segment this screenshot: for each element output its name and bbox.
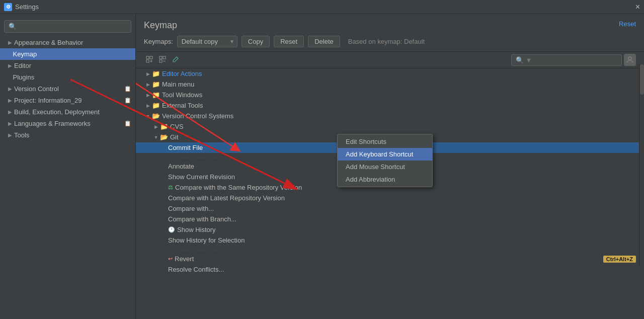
shortcut-badge: Ctrl+Alt+Z	[603, 256, 636, 263]
scrollbar-thumb[interactable]	[640, 64, 644, 95]
sidebar-item-editor[interactable]: ▶ Editor	[0, 60, 135, 71]
sidebar-item-label: Tools	[14, 131, 29, 139]
expand-arrow-languages: ▶	[8, 121, 12, 126]
tree-item-compare-with[interactable]: Compare with...	[136, 203, 644, 214]
search-wrapper	[511, 54, 622, 66]
context-menu-item-add-keyboard[interactable]: Add Keyboard Shortcut	[338, 148, 432, 161]
delete-button[interactable]: Delete	[308, 36, 340, 47]
sidebar-item-label: Languages & Frameworks	[14, 120, 91, 127]
expand-arrow	[160, 145, 168, 150]
expand-arrow	[160, 206, 168, 211]
sidebar-search-input[interactable]	[4, 20, 131, 33]
expand-arrow-project: ▶	[8, 98, 12, 103]
tree-item-main-menu[interactable]: ▶ 📁 Main menu	[136, 79, 644, 90]
tree-item-label: Compare with Branch...	[168, 215, 236, 223]
tree-item-label: Main menu	[162, 81, 194, 88]
tree-item-compare-branch[interactable]: Compare with Branch...	[136, 214, 644, 224]
folder-icon: 📂	[160, 133, 168, 141]
scrollbar-track	[639, 64, 644, 266]
keymap-select-wrapper: Default copy ▼	[177, 36, 237, 47]
content-header: Keymap Reset Keymaps: Default copy ▼ Cop…	[136, 14, 644, 52]
expand-arrow: ▶	[144, 71, 152, 76]
tree-item-show-history[interactable]: 🕐 Show History	[136, 224, 644, 235]
tree-item-label: External Tools	[162, 102, 203, 109]
tree-item-label: Compare with the Same Repository Version	[175, 184, 302, 191]
expand-arrow	[160, 175, 168, 180]
expand-arrow: ▶	[152, 124, 160, 129]
sidebar-item-keymap[interactable]: Keymap	[0, 48, 135, 60]
sidebar-item-appearance[interactable]: ▶ Appearance & Behavior	[0, 37, 135, 48]
expand-arrow	[160, 267, 168, 272]
tree-item-label: Annotate	[168, 163, 194, 170]
sidebar-item-label: Project: Information_29	[14, 97, 82, 104]
collapse-all-button[interactable]	[157, 55, 168, 65]
tree-item-show-history-selection[interactable]: Show History for Selection	[136, 235, 644, 246]
keymap-select[interactable]: Default copy	[177, 36, 237, 47]
tree-item-revert[interactable]: ↩ Revert Ctrl+Alt+Z	[136, 254, 644, 264]
expand-arrow-appearance: ▶	[8, 40, 12, 45]
sidebar-item-build[interactable]: ▶ Build, Execution, Deployment	[0, 106, 135, 118]
sidebar-item-tools[interactable]: ▶ Tools	[0, 129, 135, 141]
sidebar-item-label: Version Control	[14, 85, 59, 93]
copy-button[interactable]: Copy	[242, 36, 270, 47]
keymaps-label: Keymaps:	[144, 38, 173, 45]
expand-arrow	[160, 217, 168, 222]
reset-link[interactable]: Reset	[619, 20, 636, 28]
folder-icon: 📁	[160, 123, 168, 130]
tree-item-external-tools[interactable]: ▶ 📁 External Tools	[136, 100, 644, 111]
tree-item-vcs[interactable]: ▼ 📂 Version Control Systems	[136, 111, 644, 121]
tree-item-editor-actions[interactable]: ▶ 📁 Editor Actions	[136, 68, 644, 79]
sidebar-item-label: Plugins	[13, 73, 35, 81]
user-settings-icon[interactable]	[624, 54, 636, 66]
tree-item-tool-windows[interactable]: ▶ 📁 Tool Windows	[136, 90, 644, 100]
expand-arrow: ▶	[144, 103, 152, 108]
languages-badge: 📋	[124, 120, 131, 127]
tree-item-resolve-conflicts[interactable]: Resolve Conflicts...	[136, 264, 644, 275]
tree-item-label: Tool Windows	[162, 91, 202, 99]
sidebar-item-project[interactable]: ▶ Project: Information_29 📋	[0, 95, 135, 106]
context-menu: Edit Shortcuts Add Keyboard Shortcut Add…	[337, 134, 433, 187]
expand-arrow	[160, 227, 168, 232]
expand-arrow-vc: ▶	[8, 86, 12, 92]
context-menu-item-add-mouse[interactable]: Add Mouse Shortcut	[338, 161, 432, 173]
expand-all-button[interactable]	[144, 55, 155, 65]
expand-arrow: ▼	[144, 114, 152, 119]
vc-badge: 📋	[124, 86, 131, 92]
svg-rect-6	[163, 56, 166, 59]
edit-button[interactable]	[170, 55, 181, 65]
tree-area: ▶ 📁 Editor Actions ▶ 📁 Main menu ▶ 📁 Too…	[136, 68, 644, 319]
app-icon: ⚙	[4, 3, 12, 11]
folder-icon: 📁	[152, 81, 160, 88]
sidebar-item-languages[interactable]: ▶ Languages & Frameworks 📋	[0, 118, 135, 129]
expand-arrow-build: ▶	[8, 109, 12, 115]
reset-button[interactable]: Reset	[274, 36, 304, 47]
tree-item-label: Git	[170, 133, 179, 141]
sidebar-item-label: Appearance & Behavior	[14, 39, 83, 46]
folder-icon: 📁	[152, 102, 160, 109]
expand-arrow-plugins	[8, 74, 11, 80]
expand-arrow	[160, 257, 168, 262]
context-menu-item-edit-shortcuts[interactable]: Edit Shortcuts	[338, 135, 432, 148]
tree-item-compare-latest[interactable]: Compare with Latest Repository Version	[136, 193, 644, 203]
content-area: Keymap Reset Keymaps: Default copy ▼ Cop…	[136, 14, 644, 319]
tree-item-cvs[interactable]: ▶ 📁 CVS	[136, 121, 644, 132]
tree-item-label: Revert	[175, 255, 194, 263]
sidebar-item-plugins[interactable]: Plugins	[0, 71, 135, 83]
context-menu-item-add-abbreviation[interactable]: Add Abbreviation	[338, 173, 432, 186]
keymap-search-input[interactable]	[511, 54, 622, 66]
revert-icon: ↩	[168, 256, 173, 262]
expand-arrow	[160, 196, 168, 201]
sidebar-item-label: Keymap	[13, 50, 37, 58]
close-button[interactable]: ×	[635, 3, 640, 11]
window-title: Settings	[15, 3, 39, 11]
svg-rect-0	[146, 56, 149, 59]
tree-separator-2: - - - - - - - -	[136, 246, 644, 254]
tree-item-label: Compare with Latest Repository Version	[168, 194, 285, 202]
expand-arrow: ▶	[144, 93, 152, 98]
expand-arrow-editor: ▶	[8, 63, 12, 68]
sidebar-item-version-control[interactable]: ▶ Version Control 📋	[0, 83, 135, 95]
keymap-row: Keymaps: Default copy ▼ Copy Reset Delet…	[144, 36, 636, 47]
history-icon: 🕐	[168, 226, 175, 233]
project-badge: 📋	[124, 97, 131, 104]
tree-item-label: Show History for Selection	[168, 236, 245, 244]
